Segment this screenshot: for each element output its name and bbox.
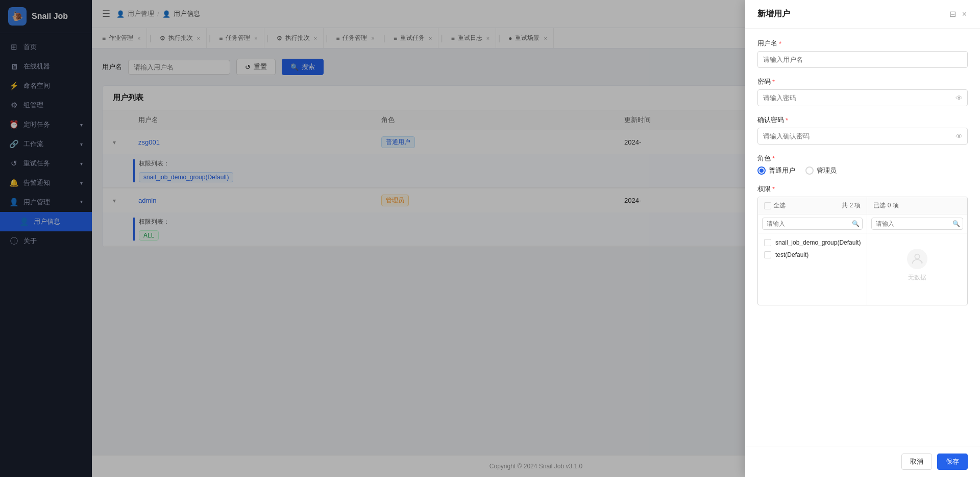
toggle-password-icon[interactable]: 👁 — [955, 94, 963, 102]
select-all-checkbox[interactable]: 全选 — [764, 201, 786, 210]
drawer-body: 用户名 * 密码 * 👁 确认密码 * 👁 — [745, 29, 980, 446]
confirm-password-label: 确认密码 * — [757, 115, 968, 125]
drawer-header: 新增用户 ⊟ × — [745, 0, 980, 29]
password-label: 密码 * — [757, 77, 968, 86]
role-admin-label: 管理员 — [817, 166, 837, 175]
perm-transfer-panels: 全选 共 2 项 🔍 snail_job_demo_group(Default) — [758, 197, 967, 305]
empty-icon — [907, 249, 927, 269]
form-group-permission: 权限 * 全选 共 2 项 — [757, 184, 968, 305]
password-input[interactable] — [757, 89, 968, 106]
drawer-close-button[interactable]: × — [961, 9, 968, 20]
perm-left-search-input[interactable] — [762, 218, 863, 230]
required-mark: * — [786, 116, 788, 124]
new-username-input[interactable] — [757, 51, 968, 68]
role-label: 角色 * — [757, 154, 968, 163]
required-mark: * — [772, 155, 775, 162]
perm-left-search: 🔍 — [758, 214, 867, 233]
required-mark: * — [772, 78, 775, 86]
permission-transfer: 全选 共 2 项 🔍 snail_job_demo_group(Default) — [757, 197, 968, 305]
role-radio-group: 普通用户 管理员 — [757, 166, 968, 175]
perm-right-panel: 已选 0 项 🔍 — [867, 197, 967, 305]
role-normal-label: 普通用户 — [769, 166, 795, 175]
total-count: 共 2 项 — [842, 201, 861, 210]
confirm-password-input-wrap: 👁 — [757, 128, 968, 145]
search-icon: 🔍 — [952, 220, 960, 227]
toggle-confirm-password-icon[interactable]: 👁 — [955, 132, 963, 140]
new-user-drawer: 新增用户 ⊟ × 用户名 * 密码 * 👁 — [745, 0, 980, 477]
perm-left-header: 全选 共 2 项 — [758, 197, 867, 214]
perm-list-item-2[interactable]: test(Default) — [758, 249, 867, 261]
search-icon: 🔍 — [852, 220, 860, 227]
perm-item-checkbox[interactable] — [764, 239, 771, 246]
select-all-label: 全选 — [773, 201, 786, 210]
perm-right-search: 🔍 — [867, 214, 967, 233]
perm-item-checkbox[interactable] — [764, 251, 771, 258]
svg-point-0 — [915, 254, 920, 259]
form-group-confirm-password: 确认密码 * 👁 — [757, 115, 968, 145]
password-input-wrap: 👁 — [757, 89, 968, 106]
perm-right-empty: 无数据 — [867, 233, 967, 297]
form-group-password: 密码 * 👁 — [757, 77, 968, 106]
drawer-header-buttons: ⊟ × — [948, 8, 968, 20]
empty-text: 无数据 — [908, 273, 926, 282]
drawer-footer: 取消 保存 — [745, 446, 980, 477]
form-group-role: 角色 * 普通用户 管理员 — [757, 154, 968, 175]
select-all-check[interactable] — [764, 202, 771, 209]
perm-right-search-input[interactable] — [871, 218, 963, 230]
perm-right-header: 已选 0 项 — [867, 197, 967, 214]
selected-count-label: 已选 0 项 — [873, 201, 898, 210]
perm-left-list: snail_job_demo_group(Default) test(Defau… — [758, 233, 867, 305]
radio-normal-indicator — [757, 166, 766, 175]
perm-list-item-1[interactable]: snail_job_demo_group(Default) — [758, 236, 867, 249]
perm-item-label: test(Default) — [775, 251, 808, 258]
cancel-label: 取消 — [910, 457, 923, 466]
confirm-password-input[interactable] — [757, 128, 968, 145]
save-label: 保存 — [946, 457, 959, 466]
username-label: 用户名 * — [757, 39, 968, 48]
radio-admin-indicator — [805, 166, 814, 175]
drawer-title: 新增用户 — [757, 9, 790, 19]
required-mark: * — [779, 40, 781, 47]
role-admin-option[interactable]: 管理员 — [805, 166, 837, 175]
perm-left-panel: 全选 共 2 项 🔍 snail_job_demo_group(Default) — [758, 197, 867, 305]
role-normal-option[interactable]: 普通用户 — [757, 166, 795, 175]
permission-label: 权限 * — [757, 184, 968, 194]
drawer-minimize-button[interactable]: ⊟ — [948, 8, 957, 20]
perm-item-label: snail_job_demo_group(Default) — [775, 239, 861, 246]
cancel-button[interactable]: 取消 — [901, 454, 932, 470]
save-button[interactable]: 保存 — [937, 454, 968, 470]
required-mark: * — [772, 185, 775, 193]
form-group-username: 用户名 * — [757, 39, 968, 68]
